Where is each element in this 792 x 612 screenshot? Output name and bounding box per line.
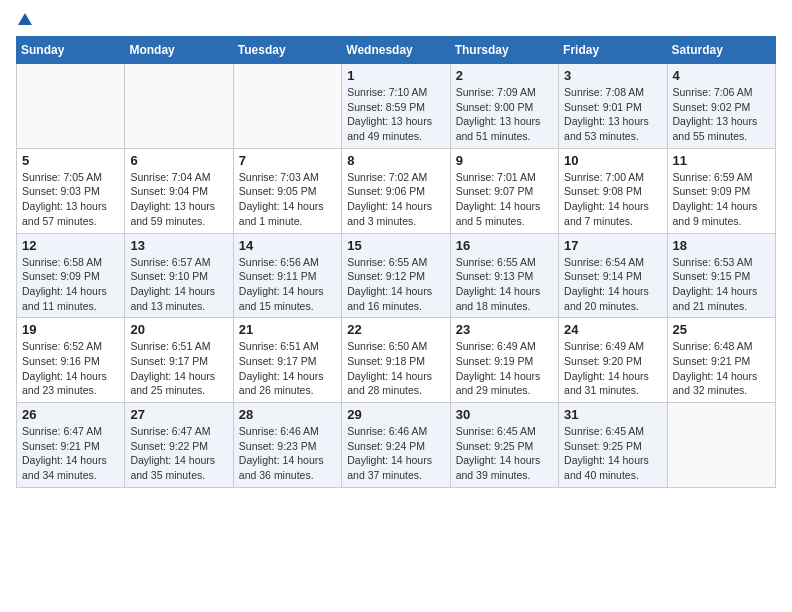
calendar-cell: 27Sunrise: 6:47 AMSunset: 9:22 PMDayligh…: [125, 403, 233, 488]
calendar-header-row: SundayMondayTuesdayWednesdayThursdayFrid…: [17, 37, 776, 64]
day-number: 8: [347, 153, 444, 168]
day-info: Sunrise: 6:47 AMSunset: 9:22 PMDaylight:…: [130, 424, 227, 483]
calendar-cell: 5Sunrise: 7:05 AMSunset: 9:03 PMDaylight…: [17, 148, 125, 233]
day-info: Sunrise: 7:10 AMSunset: 8:59 PMDaylight:…: [347, 85, 444, 144]
day-info: Sunrise: 6:53 AMSunset: 9:15 PMDaylight:…: [673, 255, 770, 314]
calendar-cell: 28Sunrise: 6:46 AMSunset: 9:23 PMDayligh…: [233, 403, 341, 488]
day-info: Sunrise: 6:47 AMSunset: 9:21 PMDaylight:…: [22, 424, 119, 483]
day-number: 14: [239, 238, 336, 253]
weekday-header-sunday: Sunday: [17, 37, 125, 64]
calendar-cell: 20Sunrise: 6:51 AMSunset: 9:17 PMDayligh…: [125, 318, 233, 403]
calendar-cell: 16Sunrise: 6:55 AMSunset: 9:13 PMDayligh…: [450, 233, 558, 318]
day-number: 3: [564, 68, 661, 83]
day-number: 24: [564, 322, 661, 337]
calendar-cell: 6Sunrise: 7:04 AMSunset: 9:04 PMDaylight…: [125, 148, 233, 233]
calendar-table: SundayMondayTuesdayWednesdayThursdayFrid…: [16, 36, 776, 488]
day-info: Sunrise: 6:51 AMSunset: 9:17 PMDaylight:…: [130, 339, 227, 398]
day-info: Sunrise: 6:45 AMSunset: 9:25 PMDaylight:…: [456, 424, 553, 483]
calendar-cell: [667, 403, 775, 488]
day-number: 19: [22, 322, 119, 337]
day-number: 11: [673, 153, 770, 168]
calendar-cell: [125, 64, 233, 149]
day-info: Sunrise: 6:57 AMSunset: 9:10 PMDaylight:…: [130, 255, 227, 314]
weekday-header-saturday: Saturday: [667, 37, 775, 64]
calendar-cell: 3Sunrise: 7:08 AMSunset: 9:01 PMDaylight…: [559, 64, 667, 149]
day-info: Sunrise: 6:59 AMSunset: 9:09 PMDaylight:…: [673, 170, 770, 229]
calendar-cell: 24Sunrise: 6:49 AMSunset: 9:20 PMDayligh…: [559, 318, 667, 403]
calendar-cell: [17, 64, 125, 149]
day-number: 26: [22, 407, 119, 422]
day-number: 22: [347, 322, 444, 337]
calendar-cell: 19Sunrise: 6:52 AMSunset: 9:16 PMDayligh…: [17, 318, 125, 403]
weekday-header-wednesday: Wednesday: [342, 37, 450, 64]
calendar-cell: 29Sunrise: 6:46 AMSunset: 9:24 PMDayligh…: [342, 403, 450, 488]
day-info: Sunrise: 7:08 AMSunset: 9:01 PMDaylight:…: [564, 85, 661, 144]
calendar-cell: 30Sunrise: 6:45 AMSunset: 9:25 PMDayligh…: [450, 403, 558, 488]
day-info: Sunrise: 6:46 AMSunset: 9:23 PMDaylight:…: [239, 424, 336, 483]
calendar-cell: 8Sunrise: 7:02 AMSunset: 9:06 PMDaylight…: [342, 148, 450, 233]
day-number: 13: [130, 238, 227, 253]
day-number: 7: [239, 153, 336, 168]
day-info: Sunrise: 6:54 AMSunset: 9:14 PMDaylight:…: [564, 255, 661, 314]
day-number: 1: [347, 68, 444, 83]
calendar-cell: [233, 64, 341, 149]
day-number: 31: [564, 407, 661, 422]
day-number: 30: [456, 407, 553, 422]
calendar-cell: 12Sunrise: 6:58 AMSunset: 9:09 PMDayligh…: [17, 233, 125, 318]
day-number: 10: [564, 153, 661, 168]
calendar-cell: 14Sunrise: 6:56 AMSunset: 9:11 PMDayligh…: [233, 233, 341, 318]
day-info: Sunrise: 6:56 AMSunset: 9:11 PMDaylight:…: [239, 255, 336, 314]
day-number: 21: [239, 322, 336, 337]
calendar-cell: 22Sunrise: 6:50 AMSunset: 9:18 PMDayligh…: [342, 318, 450, 403]
calendar-week-2: 5Sunrise: 7:05 AMSunset: 9:03 PMDaylight…: [17, 148, 776, 233]
calendar-cell: 17Sunrise: 6:54 AMSunset: 9:14 PMDayligh…: [559, 233, 667, 318]
day-info: Sunrise: 7:04 AMSunset: 9:04 PMDaylight:…: [130, 170, 227, 229]
calendar-cell: 25Sunrise: 6:48 AMSunset: 9:21 PMDayligh…: [667, 318, 775, 403]
day-info: Sunrise: 6:55 AMSunset: 9:13 PMDaylight:…: [456, 255, 553, 314]
day-info: Sunrise: 6:52 AMSunset: 9:16 PMDaylight:…: [22, 339, 119, 398]
day-info: Sunrise: 7:09 AMSunset: 9:00 PMDaylight:…: [456, 85, 553, 144]
day-info: Sunrise: 6:50 AMSunset: 9:18 PMDaylight:…: [347, 339, 444, 398]
day-number: 2: [456, 68, 553, 83]
calendar-week-3: 12Sunrise: 6:58 AMSunset: 9:09 PMDayligh…: [17, 233, 776, 318]
day-info: Sunrise: 7:06 AMSunset: 9:02 PMDaylight:…: [673, 85, 770, 144]
day-number: 12: [22, 238, 119, 253]
day-number: 18: [673, 238, 770, 253]
weekday-header-monday: Monday: [125, 37, 233, 64]
calendar-cell: 2Sunrise: 7:09 AMSunset: 9:00 PMDaylight…: [450, 64, 558, 149]
calendar-cell: 31Sunrise: 6:45 AMSunset: 9:25 PMDayligh…: [559, 403, 667, 488]
day-info: Sunrise: 6:58 AMSunset: 9:09 PMDaylight:…: [22, 255, 119, 314]
calendar-week-1: 1Sunrise: 7:10 AMSunset: 8:59 PMDaylight…: [17, 64, 776, 149]
day-number: 27: [130, 407, 227, 422]
calendar-cell: 21Sunrise: 6:51 AMSunset: 9:17 PMDayligh…: [233, 318, 341, 403]
day-info: Sunrise: 7:00 AMSunset: 9:08 PMDaylight:…: [564, 170, 661, 229]
day-info: Sunrise: 7:02 AMSunset: 9:06 PMDaylight:…: [347, 170, 444, 229]
day-number: 20: [130, 322, 227, 337]
day-info: Sunrise: 7:05 AMSunset: 9:03 PMDaylight:…: [22, 170, 119, 229]
calendar-week-5: 26Sunrise: 6:47 AMSunset: 9:21 PMDayligh…: [17, 403, 776, 488]
day-number: 9: [456, 153, 553, 168]
calendar-cell: 10Sunrise: 7:00 AMSunset: 9:08 PMDayligh…: [559, 148, 667, 233]
day-info: Sunrise: 6:55 AMSunset: 9:12 PMDaylight:…: [347, 255, 444, 314]
calendar-cell: 9Sunrise: 7:01 AMSunset: 9:07 PMDaylight…: [450, 148, 558, 233]
page-header: [16, 16, 776, 28]
day-number: 28: [239, 407, 336, 422]
logo-triangle-icon: [18, 13, 32, 25]
calendar-cell: 1Sunrise: 7:10 AMSunset: 8:59 PMDaylight…: [342, 64, 450, 149]
day-info: Sunrise: 6:51 AMSunset: 9:17 PMDaylight:…: [239, 339, 336, 398]
weekday-header-thursday: Thursday: [450, 37, 558, 64]
day-number: 4: [673, 68, 770, 83]
calendar-cell: 11Sunrise: 6:59 AMSunset: 9:09 PMDayligh…: [667, 148, 775, 233]
calendar-cell: 7Sunrise: 7:03 AMSunset: 9:05 PMDaylight…: [233, 148, 341, 233]
day-info: Sunrise: 6:48 AMSunset: 9:21 PMDaylight:…: [673, 339, 770, 398]
calendar-cell: 26Sunrise: 6:47 AMSunset: 9:21 PMDayligh…: [17, 403, 125, 488]
calendar-cell: 18Sunrise: 6:53 AMSunset: 9:15 PMDayligh…: [667, 233, 775, 318]
day-info: Sunrise: 6:49 AMSunset: 9:20 PMDaylight:…: [564, 339, 661, 398]
day-number: 23: [456, 322, 553, 337]
calendar-cell: 15Sunrise: 6:55 AMSunset: 9:12 PMDayligh…: [342, 233, 450, 318]
logo: [16, 16, 32, 28]
day-number: 5: [22, 153, 119, 168]
day-number: 25: [673, 322, 770, 337]
day-info: Sunrise: 6:49 AMSunset: 9:19 PMDaylight:…: [456, 339, 553, 398]
day-number: 6: [130, 153, 227, 168]
